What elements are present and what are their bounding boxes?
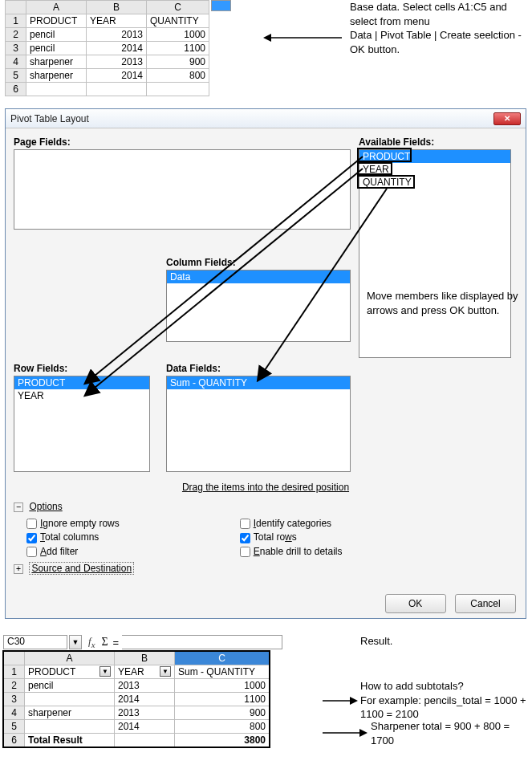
cell[interactable]: 900 xyxy=(175,706,270,720)
row-fields-list[interactable]: PRODUCT YEAR xyxy=(14,376,150,472)
row-header[interactable]: 3 xyxy=(6,42,26,55)
name-box-row: C30 ▼ fx Σ = xyxy=(3,635,532,649)
cell[interactable]: PRODUCT▼ xyxy=(25,665,115,679)
row-header[interactable]: 3 xyxy=(4,693,25,706)
cell[interactable]: YEAR xyxy=(87,14,147,28)
column-fields-label: Column Fields: xyxy=(166,257,351,268)
cancel-button[interactable]: Cancel xyxy=(455,594,516,613)
svg-marker-1 xyxy=(263,34,271,42)
cell[interactable] xyxy=(26,83,87,96)
total-columns-checkbox[interactable]: Total columns xyxy=(26,531,120,543)
cell[interactable]: 2013 xyxy=(87,28,147,42)
cell[interactable]: 2013 xyxy=(87,55,147,69)
cell[interactable] xyxy=(115,734,175,747)
field-item-year[interactable]: YEAR xyxy=(359,163,510,176)
row-header[interactable]: 1 xyxy=(4,665,25,679)
cell[interactable]: 2014 xyxy=(87,42,147,55)
total-rows-checkbox[interactable]: Total rows xyxy=(240,531,343,543)
cell[interactable]: 1000 xyxy=(175,679,270,693)
cell[interactable]: QUANTITY xyxy=(147,14,209,28)
dropdown-icon[interactable]: ▼ xyxy=(99,666,111,677)
field-item-data[interactable]: Data xyxy=(167,271,350,283)
cell[interactable] xyxy=(25,720,115,734)
arrow-icon xyxy=(263,32,343,43)
cell[interactable]: 1100 xyxy=(147,42,209,55)
options-section[interactable]: Options xyxy=(29,501,62,512)
select-all-corner[interactable] xyxy=(6,1,26,14)
page-fields-list[interactable] xyxy=(14,149,351,230)
row-header[interactable]: 6 xyxy=(6,83,26,96)
cell[interactable]: 1000 xyxy=(147,28,209,42)
available-fields-label: Available Fields: xyxy=(359,136,511,148)
cell[interactable] xyxy=(25,693,115,706)
sigma-icon[interactable]: Σ xyxy=(101,636,108,649)
select-all-corner[interactable] xyxy=(4,652,25,665)
expand-icon[interactable]: + xyxy=(14,564,23,574)
cell[interactable]: 2014 xyxy=(115,693,175,706)
cell[interactable]: sharpener xyxy=(25,706,115,720)
cell[interactable] xyxy=(147,83,209,96)
row-header[interactable]: 2 xyxy=(4,679,25,693)
cell[interactable]: Sum - QUANTITY xyxy=(175,665,270,679)
col-header-c[interactable]: C xyxy=(147,1,209,14)
col-header-a[interactable]: A xyxy=(25,652,115,665)
name-box[interactable]: C30 xyxy=(3,635,67,649)
cell[interactable]: 2014 xyxy=(87,69,147,83)
col-header-b[interactable]: B xyxy=(115,652,175,665)
row-header[interactable]: 6 xyxy=(4,734,25,747)
ignore-empty-checkbox[interactable]: Ignore empty rows xyxy=(26,518,120,529)
field-item-sum-quantity[interactable]: Sum - QUANTITY xyxy=(167,376,350,389)
ok-button[interactable]: OK xyxy=(385,594,446,613)
collapse-icon[interactable]: − xyxy=(14,502,23,512)
row-header[interactable]: 5 xyxy=(6,69,26,83)
row-header[interactable]: 4 xyxy=(6,55,26,69)
cell[interactable]: 800 xyxy=(175,720,270,734)
add-filter-checkbox[interactable]: Add filter xyxy=(26,546,120,557)
field-item-product[interactable]: PRODUCT xyxy=(14,376,149,389)
cell[interactable]: sharpener xyxy=(26,55,87,69)
name-box-dropdown[interactable]: ▼ xyxy=(69,635,82,649)
cell[interactable]: sharpener xyxy=(26,69,87,83)
source-data-table[interactable]: A B C 1 PRODUCT YEAR QUANTITY 2 pencil 2… xyxy=(5,0,209,96)
source-destination-section[interactable]: Source and Destination xyxy=(29,562,134,575)
close-button[interactable]: ✕ xyxy=(493,112,521,125)
cell[interactable]: 2014 xyxy=(115,720,175,734)
cell[interactable]: pencil xyxy=(26,42,87,55)
formula-bar[interactable] xyxy=(122,635,282,649)
cell[interactable]: pencil xyxy=(25,679,115,693)
extra-column-header[interactable] xyxy=(211,0,231,11)
caption-howto: How to add subtotals? For example: penci… xyxy=(360,679,532,722)
cell[interactable] xyxy=(87,83,147,96)
cell[interactable]: pencil xyxy=(26,28,87,42)
row-header[interactable]: 4 xyxy=(4,706,25,720)
identify-categories-checkbox[interactable]: Identify categories xyxy=(240,518,343,529)
enable-drill-checkbox[interactable]: Enable drill to details xyxy=(240,546,343,557)
column-fields-list[interactable]: Data xyxy=(166,270,351,342)
dialog-titlebar[interactable]: Pivot Table Layout ✕ xyxy=(6,109,526,128)
col-header-c[interactable]: C xyxy=(175,652,270,665)
cell[interactable]: 2013 xyxy=(115,679,175,693)
row-header[interactable]: 2 xyxy=(6,28,26,42)
result-pivot-table[interactable]: A B C 1 PRODUCT▼ YEAR▼ Sum - QUANTITY 2 … xyxy=(3,651,270,747)
page-fields-label: Page Fields: xyxy=(14,136,351,148)
field-item-quantity[interactable]: QUANTITY xyxy=(359,176,510,189)
col-header-b[interactable]: B xyxy=(87,1,147,14)
cell[interactable]: 2013 xyxy=(115,706,175,720)
cell[interactable]: 900 xyxy=(147,55,209,69)
cell[interactable]: 800 xyxy=(147,69,209,83)
cell[interactable]: PRODUCT xyxy=(26,14,87,28)
row-fields-label: Row Fields: xyxy=(14,363,150,374)
row-header[interactable]: 5 xyxy=(4,720,25,734)
row-header[interactable]: 1 xyxy=(6,14,26,28)
dropdown-icon[interactable]: ▼ xyxy=(160,666,171,677)
col-header-a[interactable]: A xyxy=(26,1,87,14)
fx-icon[interactable]: fx xyxy=(88,635,95,649)
cell[interactable]: YEAR▼ xyxy=(115,665,175,679)
cell[interactable]: Total Result xyxy=(25,734,115,747)
available-fields-list[interactable]: PRODUCT YEAR QUANTITY xyxy=(359,149,511,358)
cell[interactable]: 1100 xyxy=(175,693,270,706)
field-item-product[interactable]: PRODUCT xyxy=(359,150,510,163)
cell[interactable]: 3800 xyxy=(175,734,270,747)
data-fields-list[interactable]: Sum - QUANTITY xyxy=(166,376,351,472)
field-item-year[interactable]: YEAR xyxy=(14,389,149,402)
